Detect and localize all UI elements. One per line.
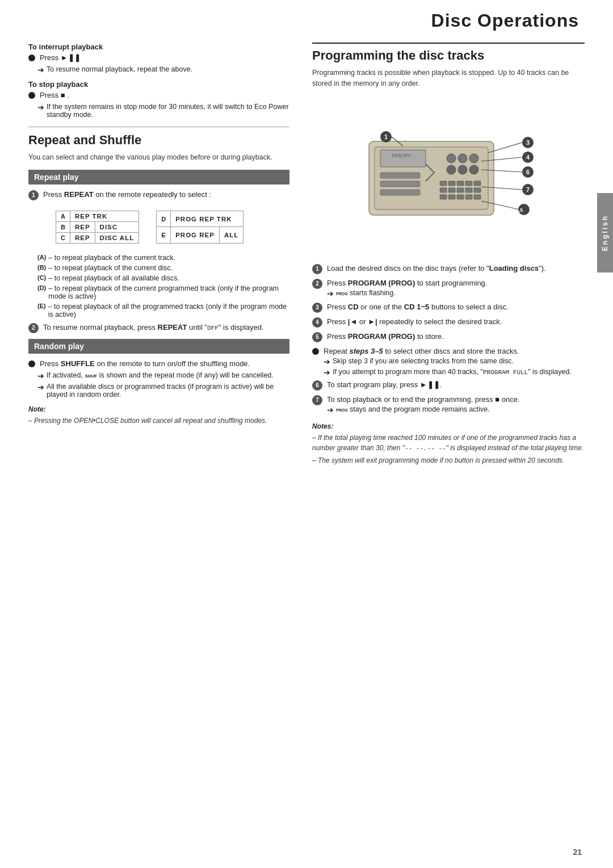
random-note-title: Note: <box>28 405 289 413</box>
random-bullet: Press SHUFFLE on the remote to turn on/o… <box>28 359 289 368</box>
svg-rect-18 <box>448 188 455 192</box>
random-arrow1: ➔ If activated, shuf is shown and the re… <box>37 371 289 380</box>
arrow-icon-6: ➔ <box>324 357 330 366</box>
prog-step5-num: 5 <box>312 332 322 342</box>
prog-step7-content: To stop playback or to end the programmi… <box>327 395 520 414</box>
prog-step2-text: Press PROGRAM (PROG) to start programmin… <box>327 279 487 287</box>
letter-e: (E) – to repeat playback of all the prog… <box>37 303 289 318</box>
step2-circle: 2 <box>28 323 39 333</box>
arrow-icon-5: ➔ <box>327 289 334 298</box>
random-arrow1-text: If activated, shuf is shown and the repe… <box>47 371 274 379</box>
svg-point-10 <box>458 165 467 174</box>
letter-c-text: – to repeat playback of all available di… <box>48 274 179 282</box>
svg-point-7 <box>458 154 467 163</box>
svg-point-8 <box>469 154 478 163</box>
interrupt-press: Press ►❚❚ <box>40 53 81 62</box>
repeat-shuffle-desc: You can select and change the various pl… <box>28 152 289 163</box>
table-label-e: E <box>157 227 171 244</box>
svg-rect-15 <box>465 181 472 186</box>
note-item-1: – If the total playing time reached 100 … <box>312 433 585 454</box>
page-title: Disc Operations <box>0 10 579 31</box>
prog-step7-num: 7 <box>312 395 322 405</box>
prog-repeat-arrow1: ➔ Skip step 3 if you are selecting track… <box>324 357 572 366</box>
table-label-d: D <box>157 211 171 227</box>
table-val-b2: DISC <box>95 221 139 232</box>
device-svg: 1 3 4 6 7 2,5 <box>352 96 545 255</box>
right-header-rule <box>312 43 585 44</box>
bullet-dot-2 <box>28 92 35 99</box>
table-val-c1: REP <box>70 232 95 243</box>
table-label-a: A <box>56 211 70 221</box>
page-number: 21 <box>573 848 582 857</box>
prog-step4: 4 Press |◄ or ►| repeatedly to select th… <box>312 317 585 328</box>
prog-step5: 5 Press PROGRAM (PROG) to store. <box>312 332 585 342</box>
letter-d-text: – to repeat playback of the current prog… <box>48 284 289 300</box>
arrow-icon-3: ➔ <box>37 371 44 380</box>
prog-step3-num: 3 <box>312 303 322 313</box>
repeat-table-container: A REP TRK B REP DISC C REP DISC ALL <box>44 205 289 249</box>
side-tab: English <box>597 193 613 272</box>
table-label-c: C <box>56 232 70 243</box>
prog-repeat-arrow2: ➔ If you attempt to program more than 40… <box>324 368 572 377</box>
prog-step5-text: Press PROGRAM (PROG) to store. <box>327 332 444 341</box>
prog-step2-content: Press PROGRAM (PROG) to start programmin… <box>327 279 487 298</box>
stop-bullet: Press ■ . <box>28 91 289 99</box>
step1-circle: 1 <box>28 190 39 200</box>
svg-rect-12 <box>440 181 447 186</box>
repeat-play-section: Repeat play 1 Press REPEAT on the remote… <box>28 170 289 333</box>
repeat-shuffle-section: Repeat and Shuffle You can select and ch… <box>28 133 289 163</box>
prog-repeat-arrow1-text: Skip step 3 if you are selecting tracks … <box>333 357 514 365</box>
interrupt-arrow-text: To resume normal playback, repeat the ab… <box>47 65 192 73</box>
prog-step2-arrow-text: prog starts flashing. <box>336 289 396 297</box>
table-label-b: B <box>56 221 70 232</box>
letter-e-label: (E) <box>37 303 46 309</box>
prog-repeat-steps: Repeat steps 3–5 to select other discs a… <box>312 347 585 377</box>
prog-step6-num: 6 <box>312 380 322 391</box>
repeat-step1-text: Press REPEAT on the remote repeatedly to… <box>43 190 211 199</box>
svg-rect-17 <box>440 188 447 192</box>
prog-step3: 3 Press CD or one of the CD 1~5 buttons … <box>312 303 585 313</box>
prog-repeat-content: Repeat steps 3–5 to select other discs a… <box>324 347 572 377</box>
arrow-icon-4: ➔ <box>37 383 44 392</box>
device-image-container: 1 3 4 6 7 2,5 <box>352 96 545 255</box>
svg-text:7: 7 <box>526 186 530 193</box>
repeat-table-left: A REP TRK B REP DISC C REP DISC ALL <box>56 211 139 244</box>
svg-point-11 <box>469 165 478 174</box>
programming-desc: Programming tracks is possible when play… <box>312 68 585 89</box>
letter-a: (A) – to repeat playback of the current … <box>37 254 289 262</box>
letter-e-text: – to repeat playback of all the programm… <box>48 303 289 318</box>
repeat-step2-text: To resume normal playback, press REPEAT … <box>43 323 264 332</box>
stop-title: To stop playback <box>28 80 289 89</box>
repeat-step2: 2 To resume normal playback, press REPEA… <box>28 323 289 333</box>
programming-notes: Notes: – If the total playing time reach… <box>312 422 585 466</box>
prog-step2: 2 Press PROGRAM (PROG) to start programm… <box>312 279 585 298</box>
prog-step1-num: 1 <box>312 264 322 274</box>
letter-items: (A) – to repeat playback of the current … <box>37 254 289 318</box>
prog-step7-text: To stop playback or to end the programmi… <box>327 395 520 404</box>
arrow-icon: ➔ <box>37 65 44 74</box>
svg-rect-22 <box>440 195 447 199</box>
svg-rect-24 <box>457 195 464 199</box>
stop-section: To stop playback Press ■ . ➔ If the syst… <box>28 80 289 119</box>
note-item-2: – The system will exit programming mode … <box>312 455 585 466</box>
svg-rect-3 <box>380 173 420 178</box>
random-note-text: – Pressing the OPEN•CLOSE button will ca… <box>28 416 289 426</box>
stop-press: Press ■ . <box>40 91 69 99</box>
interrupt-arrow: ➔ To resume normal playback, repeat the … <box>37 65 289 74</box>
table-val-b1: REP <box>70 221 95 232</box>
interrupt-bullet: Press ►❚❚ <box>28 53 289 62</box>
letter-b-text: – to repeat playback of the current disc… <box>48 264 173 272</box>
programming-title: Programming the disc tracks <box>312 48 585 63</box>
letter-b-label: (B) <box>37 264 46 271</box>
random-arrow2-text: All the available discs or programmed tr… <box>47 383 289 399</box>
letter-c: (C) – to repeat playback of all availabl… <box>37 274 289 282</box>
letter-a-label: (A) <box>37 254 46 261</box>
svg-text:4: 4 <box>526 154 530 161</box>
right-column: Programming the disc tracks Programming … <box>312 43 585 468</box>
stop-arrow: ➔ If the system remains in stop mode for… <box>37 103 289 119</box>
bullet-dot <box>28 54 35 61</box>
notes-title: Notes: <box>312 422 585 430</box>
bullet-dot-4 <box>312 348 319 355</box>
programming-steps: 1 Load the desired discs on the disc tra… <box>312 264 585 414</box>
divider-1 <box>28 127 289 127</box>
